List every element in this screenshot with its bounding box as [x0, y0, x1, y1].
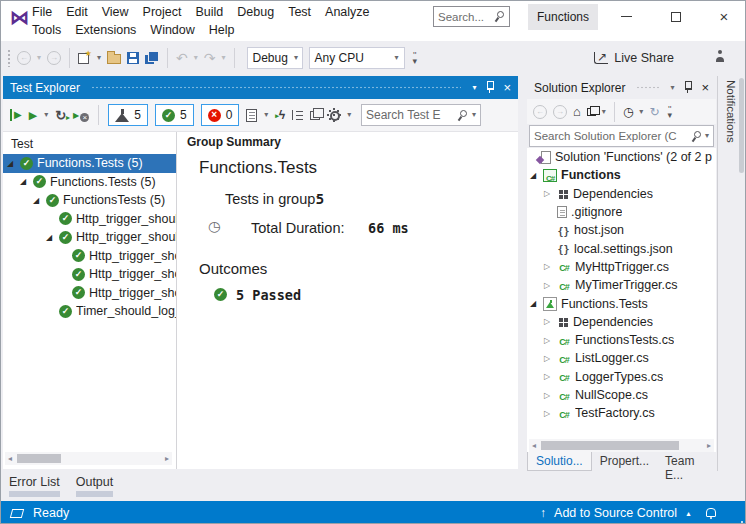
solution-tree-row[interactable]: host.json	[527, 221, 716, 239]
expander-icon[interactable]	[544, 391, 557, 400]
menu-window[interactable]: Window	[143, 23, 201, 37]
expander-icon[interactable]	[20, 177, 33, 186]
scrollbar-thumb[interactable]	[541, 441, 679, 450]
expander-icon[interactable]	[530, 299, 543, 308]
solution-tree-row[interactable]: Functions.Tests	[527, 294, 716, 312]
test-tree-row[interactable]: Http_trigger_shoul	[3, 228, 176, 247]
expander-icon[interactable]	[33, 196, 46, 205]
solution-tree-row[interactable]: .gitignore	[527, 203, 716, 221]
menu-project[interactable]: Project	[136, 5, 189, 19]
navigate-back-icon[interactable]: ←	[17, 51, 31, 65]
test-search-box[interactable]: Search Test E ▾	[361, 104, 481, 126]
open-folder-icon[interactable]	[107, 54, 121, 64]
run-after-build-icon[interactable]: ϟ	[275, 109, 285, 122]
redo-icon[interactable]: ↷	[204, 51, 216, 65]
test-tree-row[interactable]: Http_trigger_shoul	[3, 210, 176, 229]
sync-with-active-document-icon[interactable]: ↻	[649, 106, 659, 118]
notifications-bell-icon[interactable]	[706, 508, 715, 519]
platform-dropdown[interactable]: Any CPU ▾	[309, 47, 405, 69]
live-share-button[interactable]: ↗ Live Share	[594, 51, 674, 65]
navigate-forward-icon[interactable]: →	[47, 51, 61, 65]
total-tests-filter-button[interactable]: 5	[108, 104, 148, 126]
menu-extensions[interactable]: Extensions	[68, 23, 143, 37]
back-dropdown-icon[interactable]: ▾	[37, 54, 41, 62]
quick-launch-search[interactable]: Search...	[433, 6, 510, 27]
expander-icon[interactable]	[544, 372, 557, 381]
menu-view[interactable]: View	[95, 5, 136, 19]
notifications-tab[interactable]: Notifications	[725, 80, 737, 143]
run-tests-icon[interactable]: ▶	[29, 109, 37, 121]
cancel-test-run-icon[interactable]	[73, 109, 89, 122]
solution-search-box[interactable]: Search Solution Explorer (C ▾	[529, 125, 714, 147]
window-position-dropdown-icon[interactable]: ▾	[670, 84, 674, 92]
test-tree-row[interactable]: Http_trigger_sho	[3, 265, 176, 284]
expander-icon[interactable]	[544, 317, 557, 326]
test-settings-gear-icon[interactable]	[327, 109, 340, 122]
save-icon[interactable]	[127, 52, 139, 64]
scroll-left-icon[interactable]: ◂	[529, 441, 539, 450]
solution-explorer-titlebar[interactable]: Solution Explorer ▾ ×	[527, 76, 716, 99]
test-tree-row[interactable]: Functions.Tests (5)	[3, 154, 176, 173]
pin-icon[interactable]	[683, 81, 692, 94]
solution-tree-row[interactable]: MyTimerTrigger.cs	[527, 276, 716, 294]
expander-icon[interactable]	[544, 336, 557, 345]
solution-tree-row[interactable]: MyHttpTrigger.cs	[527, 258, 716, 276]
tab-output[interactable]: Output	[76, 475, 114, 497]
solution-tree-row[interactable]: Functions	[527, 166, 716, 184]
expander-icon[interactable]	[544, 354, 557, 363]
expander-icon[interactable]	[544, 262, 557, 271]
menu-test[interactable]: Test	[281, 5, 318, 19]
failed-tests-filter-button[interactable]: 0	[201, 104, 240, 126]
scroll-right-icon[interactable]: ▸	[704, 441, 714, 450]
expander-icon[interactable]	[7, 159, 20, 168]
test-tree-row[interactable]: Http_trigger_sho	[3, 284, 176, 303]
settings-dropdown-icon[interactable]: ▾	[347, 111, 351, 119]
resize-grip[interactable]	[741, 521, 743, 523]
menu-build[interactable]: Build	[188, 5, 230, 19]
tab-teame[interactable]: Team E...	[657, 452, 716, 471]
panel-drag-grip[interactable]	[91, 85, 461, 90]
run-dropdown-icon[interactable]: ▾	[44, 111, 48, 119]
configuration-dropdown[interactable]: Debug ▾	[247, 47, 303, 69]
test-tree-row[interactable]: FunctionsTests (5)	[3, 191, 176, 210]
menu-edit[interactable]: Edit	[59, 5, 95, 19]
solution-tree-row[interactable]: Solution 'Functions' (2 of 2 p	[527, 148, 716, 166]
expander-icon[interactable]	[544, 281, 557, 290]
pending-changes-filter-icon[interactable]: ◷	[623, 106, 633, 118]
test-tree-row[interactable]: Http_trigger_sho	[3, 247, 176, 266]
solution-tree-row[interactable]: TestFactory.cs	[527, 404, 716, 422]
menu-help[interactable]: Help	[202, 23, 242, 37]
close-panel-icon[interactable]: ×	[701, 81, 709, 94]
playlist-dropdown-icon[interactable]: ▾	[264, 111, 268, 119]
solution-tree-row[interactable]: local.settings.json	[527, 239, 716, 257]
test-explorer-titlebar[interactable]: Test Explorer ▾ ×	[3, 76, 518, 99]
maximize-button[interactable]	[661, 3, 691, 30]
feedback-button[interactable]	[714, 50, 727, 65]
solution-tree-row[interactable]: Dependencies	[527, 313, 716, 331]
filter-dropdown-icon[interactable]: ▾	[639, 108, 643, 116]
run-all-tests-icon[interactable]: ▶	[10, 109, 22, 121]
switch-views-icon[interactable]	[587, 108, 596, 116]
test-tree-horizontal-scrollbar[interactable]: ◂ ▸	[5, 452, 172, 465]
expander-icon[interactable]	[46, 233, 59, 242]
minimize-button[interactable]	[611, 3, 641, 30]
window-position-dropdown-icon[interactable]: ▾	[472, 84, 476, 92]
new-project-icon[interactable]	[78, 52, 91, 64]
toolbar-grip[interactable]	[7, 49, 11, 67]
navigate-forward-icon[interactable]: →	[553, 105, 567, 119]
navigate-back-icon[interactable]: ←	[533, 105, 547, 119]
background-tasks-icon[interactable]	[10, 509, 24, 518]
pin-icon[interactable]	[485, 81, 494, 94]
solution-tree-row[interactable]: NullScope.cs	[527, 386, 716, 404]
redo-dropdown-icon[interactable]: ▾	[222, 54, 226, 62]
solution-tree-row[interactable]: Dependencies	[527, 185, 716, 203]
close-panel-icon[interactable]: ×	[503, 81, 511, 94]
scroll-left-icon[interactable]: ◂	[5, 454, 15, 463]
save-all-icon[interactable]	[145, 51, 159, 64]
test-tree-row[interactable]: Timer_should_log_	[3, 302, 176, 321]
close-window-button[interactable]: ×	[709, 3, 739, 30]
playlist-icon[interactable]	[246, 109, 257, 122]
menu-tools[interactable]: Tools	[25, 23, 68, 37]
group-by-icon[interactable]	[292, 110, 303, 120]
source-control-button[interactable]: ↑ Add to Source Control ▲	[540, 506, 715, 520]
